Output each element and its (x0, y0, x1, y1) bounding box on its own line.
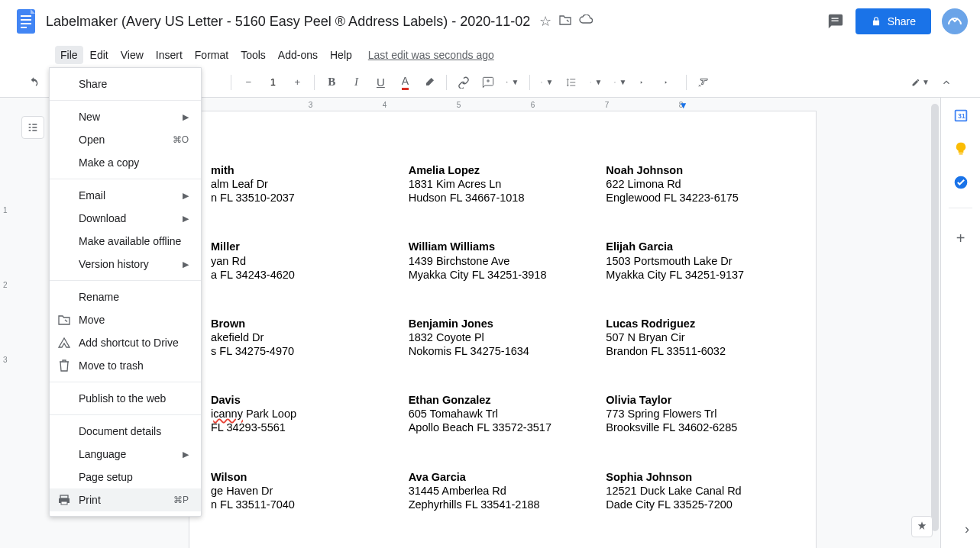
menu-item-email[interactable]: Email▶ (50, 184, 201, 207)
address-label[interactable]: Elijah Garcia1503 Portsmouth Lake DrMyak… (606, 240, 794, 281)
address-label[interactable]: Olivia Taylor773 Spring Flowers TrlBrook… (606, 393, 794, 434)
svg-text:31: 31 (958, 113, 965, 120)
menu-view[interactable]: View (115, 46, 149, 64)
comment-history-icon[interactable] (826, 12, 845, 31)
menu-edit[interactable]: Edit (85, 46, 114, 64)
docs-app-icon[interactable] (12, 8, 40, 35)
shortcut-label: ⌘P (173, 495, 189, 505)
keep-addon-icon[interactable] (953, 140, 969, 157)
ruler-tick: 5 (422, 101, 496, 109)
ruler-tick: 1 (3, 206, 8, 214)
menu-bar: File Edit View Insert Format Tools Add-o… (0, 43, 980, 67)
tasks-addon-icon[interactable] (953, 174, 969, 191)
outdent-button[interactable] (634, 72, 655, 93)
menu-item-publish[interactable]: Publish to the web (50, 387, 201, 410)
align-button[interactable]: ▼ (536, 72, 558, 93)
numbered-list-button[interactable]: 1▼ (585, 72, 606, 93)
menu-item-new[interactable]: New▶ (50, 105, 201, 128)
menu-item-language[interactable]: Language▶ (50, 443, 201, 466)
show-outline-button[interactable] (21, 116, 44, 139)
move-folder-icon[interactable] (559, 13, 571, 30)
margin-marker-icon[interactable]: ▼ (679, 100, 688, 111)
undo-button[interactable] (23, 72, 44, 93)
last-edit-link[interactable]: Last edit was seconds ago (368, 49, 494, 61)
address-label[interactable]: Davisicanny Park LoopFL 34293-5561 (211, 393, 399, 434)
account-avatar[interactable] (942, 8, 968, 34)
address-label[interactable]: Amelia Lopez1831 Kim Acres LnHudson FL 3… (409, 163, 597, 205)
menu-item-move[interactable]: Move (50, 308, 201, 331)
address-label[interactable]: Benjamin Jones1832 Coyote PlNokomis FL 3… (409, 317, 597, 358)
menu-format[interactable]: Format (189, 46, 234, 64)
svg-rect-17 (959, 153, 962, 155)
menu-item-trash[interactable]: Move to trash (50, 354, 201, 377)
indent-button[interactable] (658, 72, 680, 93)
menu-item-details[interactable]: Document details (50, 420, 201, 443)
svg-rect-7 (831, 21, 838, 21)
address-label[interactable]: Ethan Gonzalez605 Tomahawk TrlApollo Bea… (409, 393, 597, 434)
submenu-arrow-icon: ▶ (183, 214, 189, 224)
hide-menus-button[interactable] (936, 72, 957, 93)
side-panel: 31 + (940, 98, 980, 548)
address-label[interactable]: Sophia Johnson12521 Duck Lake Canal RdDa… (606, 470, 794, 511)
explore-button[interactable] (911, 516, 933, 537)
text-color-button[interactable]: A (394, 72, 416, 93)
menu-insert[interactable]: Insert (150, 46, 188, 64)
menu-file[interactable]: File (55, 46, 83, 64)
address-label[interactable]: Ava Garcia31445 Amberlea RdZephyrhills F… (409, 470, 597, 511)
menu-item-make-copy[interactable]: Make a copy (50, 151, 201, 174)
bulleted-list-button[interactable]: ▼ (610, 72, 631, 93)
svg-rect-3 (21, 23, 31, 24)
chevron-down-icon: ▼ (619, 78, 626, 86)
insert-image-button[interactable]: ▼ (502, 72, 523, 93)
font-size-input[interactable] (262, 76, 283, 88)
document-page[interactable]: mithalm Leaf Drn FL 33510-2037Amelia Lop… (189, 111, 816, 548)
address-label[interactable]: Lucas Rodriguez507 N Bryan CirBrandon FL… (606, 317, 794, 358)
menu-item-open[interactable]: Open⌘O (50, 128, 201, 151)
svg-rect-21 (61, 501, 67, 504)
address-label[interactable]: Wilsonge Haven Drn FL 33511-7040 (211, 470, 399, 511)
underline-button[interactable]: U (370, 72, 391, 93)
bold-button[interactable]: B (321, 72, 342, 93)
ruler-tick: 7 (570, 101, 644, 109)
chevron-down-icon: ▼ (922, 78, 930, 86)
menu-item-share[interactable]: Share (50, 73, 201, 95)
cloud-status-icon[interactable] (579, 13, 593, 30)
submenu-arrow-icon: ▶ (183, 112, 189, 122)
star-icon[interactable]: ☆ (539, 13, 551, 30)
menu-item-page-setup[interactable]: Page setup (50, 466, 201, 488)
editing-mode-button[interactable]: ▼ (911, 76, 930, 89)
scrollbar-thumb[interactable] (931, 104, 939, 531)
italic-button[interactable]: I (345, 72, 367, 93)
address-label[interactable]: Brownakefield Drs FL 34275-4970 (211, 317, 399, 358)
ruler-tick: 3 (3, 356, 8, 364)
share-button[interactable]: Share (855, 8, 931, 34)
menu-item-add-shortcut[interactable]: Add shortcut to Drive (50, 331, 201, 354)
menu-addons[interactable]: Add-ons (273, 46, 323, 64)
clear-formatting-button[interactable] (693, 72, 714, 93)
address-label[interactable]: Noah Johnson622 Limona RdEnglewood FL 34… (606, 163, 794, 205)
address-label[interactable]: William Williams1439 Birchstone AveMyakk… (409, 240, 597, 281)
insert-link-button[interactable] (453, 72, 474, 93)
font-size-increase[interactable]: + (286, 72, 308, 93)
menu-tools[interactable]: Tools (235, 46, 271, 64)
address-label[interactable]: mithalm Leaf Drn FL 33510-2037 (211, 163, 399, 205)
get-addons-button[interactable]: + (953, 230, 969, 247)
font-size-decrease[interactable]: − (238, 72, 259, 93)
calendar-addon-icon[interactable]: 31 (953, 107, 969, 124)
menu-item-version-history[interactable]: Version history▶ (50, 253, 201, 276)
print-icon (57, 493, 71, 507)
line-spacing-button[interactable] (561, 72, 582, 93)
menu-item-rename[interactable]: Rename (50, 285, 201, 308)
menu-help[interactable]: Help (325, 46, 357, 64)
svg-rect-1 (21, 15, 31, 17)
menu-item-download[interactable]: Download▶ (50, 207, 201, 230)
address-label[interactable]: Milleryan Rda FL 34243-4620 (211, 240, 399, 281)
menu-item-print[interactable]: Print⌘P (50, 488, 201, 511)
chevron-down-icon: ▼ (545, 78, 553, 86)
add-comment-button[interactable] (477, 72, 499, 93)
menu-item-offline[interactable]: Make available offline (50, 230, 201, 253)
svg-rect-2 (21, 19, 31, 21)
highlight-button[interactable] (419, 72, 440, 93)
hide-side-panel-button[interactable]: › (965, 521, 969, 537)
document-title[interactable]: Labelmaker (Avery US Letter - 5160 Easy … (46, 14, 530, 30)
